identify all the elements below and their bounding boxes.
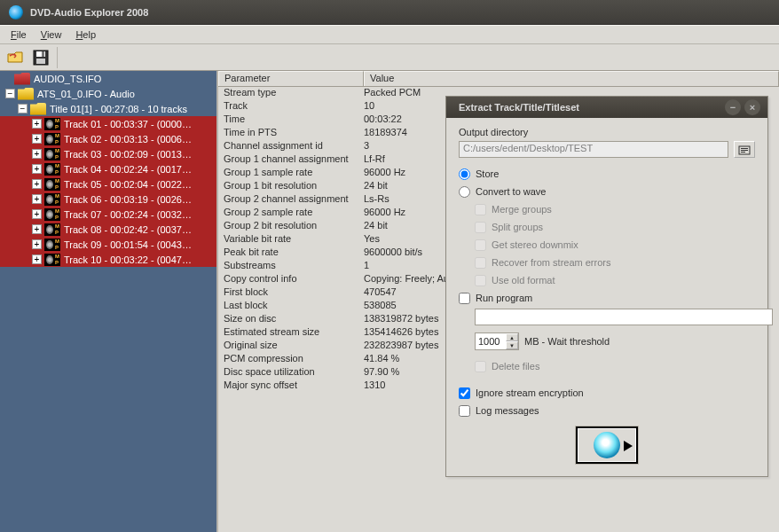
- svg-rect-7: [741, 152, 745, 153]
- property-name: Track: [224, 100, 364, 113]
- track-icon: [44, 118, 60, 130]
- output-dir-field[interactable]: C:/users/edent/Desktop/TEST: [459, 141, 728, 158]
- track-icon: [44, 208, 60, 221]
- expand-icon[interactable]: +: [32, 224, 42, 234]
- cb-recover: Recover from stream errors: [459, 254, 755, 271]
- cb-delete: Delete files: [459, 357, 755, 375]
- output-dir-label: Output directory: [459, 127, 755, 137]
- menu-view[interactable]: View: [34, 27, 69, 42]
- menu-help[interactable]: Help: [68, 27, 103, 42]
- tree-track-item[interactable]: +Track 03 - 00:02:09 - (0013…: [0, 146, 216, 161]
- track-icon: [44, 223, 60, 236]
- property-name: Group 2 channel assignment: [224, 193, 364, 207]
- svg-rect-3: [36, 59, 45, 64]
- cb-merge: Merge groups: [459, 200, 755, 218]
- disc-icon: [594, 432, 620, 458]
- expand-icon[interactable]: +: [32, 164, 42, 174]
- tree-track-item[interactable]: +Track 09 - 00:01:54 - (0043…: [0, 237, 216, 252]
- track-icon: [44, 193, 60, 206]
- svg-rect-6: [741, 150, 748, 151]
- track-icon: [44, 163, 60, 176]
- radio-convert[interactable]: Convert to wave: [459, 183, 755, 200]
- expand-icon[interactable]: +: [32, 239, 42, 249]
- property-name: Original size: [224, 340, 364, 353]
- close-button[interactable]: ×: [744, 99, 760, 115]
- cb-ignore-encryption[interactable]: Ignore stream encryption: [459, 384, 755, 402]
- property-name: Stream type: [224, 87, 364, 100]
- cb-oldfmt: Use old format: [459, 271, 755, 289]
- property-name: Disc space utilization: [224, 366, 364, 379]
- property-name: Time in PTS: [224, 127, 364, 140]
- minimize-button[interactable]: −: [725, 99, 741, 115]
- tree-track-item[interactable]: +Track 06 - 00:03:19 - (0026…: [0, 192, 216, 207]
- property-name: Substreams: [224, 260, 364, 273]
- extract-go-button[interactable]: [576, 426, 638, 464]
- tree-track-item[interactable]: +Track 02 - 00:03:13 - (0006…: [0, 131, 216, 146]
- tree-track-item[interactable]: +Track 05 - 00:02:04 - (0022…: [0, 176, 216, 192]
- collapse-icon[interactable]: −: [18, 104, 28, 113]
- save-button[interactable]: [28, 46, 53, 69]
- toolbar: [0, 44, 779, 71]
- cb-stereo: Get stereo downmix: [459, 236, 755, 254]
- open-button[interactable]: [4, 46, 28, 69]
- property-name: Group 1 channel assignment: [224, 153, 364, 167]
- dialog-titlebar[interactable]: Extract Track/Title/Titleset − ×: [446, 97, 767, 118]
- cb-split: Split groups: [459, 218, 755, 236]
- property-name: Copy control info: [224, 273, 364, 286]
- property-name: Major sync offset: [224, 379, 364, 393]
- property-name: Size on disc: [224, 313, 364, 326]
- menubar: File View Help: [0, 25, 779, 44]
- expand-icon[interactable]: +: [32, 179, 42, 189]
- tree-title-item[interactable]: − Title 01[1] - 00:27:08 - 10 tracks: [0, 101, 216, 116]
- track-icon: [44, 254, 60, 266]
- tree-track-item[interactable]: +Track 07 - 00:02:24 - (0032…: [0, 207, 216, 222]
- track-icon: [44, 178, 60, 191]
- tree-track-item[interactable]: +Track 04 - 00:02:24 - (0017…: [0, 161, 216, 176]
- property-name: Group 1 bit resolution: [224, 180, 364, 193]
- track-icon: [44, 239, 60, 251]
- expand-icon[interactable]: +: [32, 134, 42, 144]
- expand-icon[interactable]: +: [32, 254, 42, 264]
- property-name: Time: [224, 113, 364, 127]
- tree-root-item[interactable]: AUDIO_TS.IFO: [0, 71, 216, 86]
- expand-icon[interactable]: +: [32, 149, 42, 159]
- tree-track-item[interactable]: +Track 08 - 00:02:42 - (0037…: [0, 222, 216, 237]
- properties-header[interactable]: Parameter Value: [218, 71, 779, 87]
- menu-file[interactable]: File: [4, 27, 34, 42]
- tree-track-item[interactable]: +Track 10 - 00:03:22 - (0047…: [0, 252, 216, 267]
- property-name: Channel assignment id: [224, 140, 364, 153]
- expand-icon[interactable]: +: [32, 209, 42, 219]
- extract-dialog: Extract Track/Title/Titleset − × Output …: [445, 96, 768, 477]
- property-name: Group 1 sample rate: [224, 167, 364, 180]
- property-name: Group 2 bit resolution: [224, 220, 364, 233]
- folder-icon: [14, 73, 30, 85]
- run-command-field[interactable]: [475, 309, 773, 325]
- col-value[interactable]: Value: [364, 71, 779, 86]
- tree-track-item[interactable]: +Track 01 - 00:03:37 - (0000…: [0, 116, 216, 131]
- app-icon: [9, 5, 23, 20]
- wait-threshold-field[interactable]: 1000 ▲▼: [475, 332, 519, 350]
- titlebar: DVD-Audio Explorer 2008: [0, 0, 779, 25]
- browse-button[interactable]: [734, 141, 755, 158]
- col-parameter[interactable]: Parameter: [218, 71, 364, 86]
- expand-icon[interactable]: +: [32, 119, 42, 129]
- expand-icon[interactable]: +: [32, 194, 42, 204]
- spin-down[interactable]: ▼: [506, 341, 518, 349]
- property-name: Group 2 sample rate: [224, 207, 364, 220]
- folder-icon: [30, 103, 46, 115]
- radio-store[interactable]: Store: [459, 165, 755, 183]
- property-name: PCM compression: [224, 353, 364, 366]
- property-name: Estimated stream size: [224, 326, 364, 340]
- toolbar-divider: [57, 47, 58, 68]
- property-name: First block: [224, 286, 364, 300]
- tree-ats-item[interactable]: − ATS_01_0.IFO - Audio: [0, 86, 216, 101]
- track-icon: [44, 133, 60, 145]
- property-name: Last block: [224, 300, 364, 313]
- svg-rect-5: [741, 148, 748, 149]
- spin-up[interactable]: ▲: [506, 333, 518, 341]
- svg-rect-2: [42, 51, 44, 57]
- collapse-icon[interactable]: −: [5, 89, 15, 98]
- cb-run-program[interactable]: Run program: [459, 289, 755, 307]
- cb-log[interactable]: Log messages: [459, 402, 755, 419]
- tree-view[interactable]: AUDIO_TS.IFO − ATS_01_0.IFO - Audio − Ti…: [0, 71, 218, 532]
